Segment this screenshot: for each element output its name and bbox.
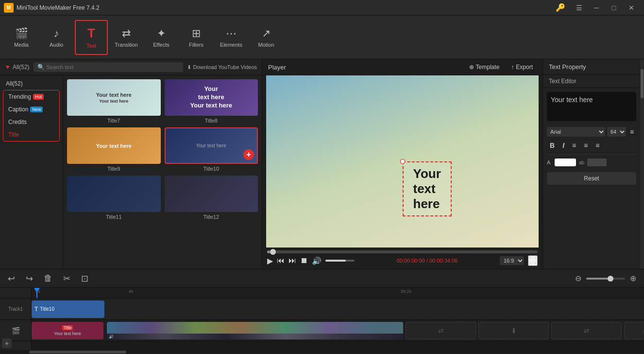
stop-button[interactable]: ⏹ <box>300 256 308 265</box>
template-icon: ⊕ <box>469 64 474 71</box>
list-item[interactable]: Your text here Title9 <box>67 127 161 172</box>
align-right-button[interactable]: ≡ <box>593 141 602 150</box>
export-icon: ↑ <box>511 64 514 71</box>
progress-bar[interactable] <box>267 250 538 253</box>
add-track-button[interactable]: + <box>2 338 12 348</box>
export-button[interactable]: ↑ Export <box>507 62 537 72</box>
menu-button[interactable]: ☰ <box>570 0 588 16</box>
text-selection-box[interactable]: Your text here <box>403 161 452 216</box>
thumb-label: Title10 <box>165 166 258 172</box>
transition-label: Transition <box>115 42 138 48</box>
all-label[interactable]: All(52) <box>3 78 60 89</box>
zoom-out-button[interactable]: ⊖ <box>572 273 584 284</box>
template-button[interactable]: ⊕ Template <box>465 62 504 72</box>
elements-button[interactable]: ⋯ Elements <box>215 20 248 55</box>
list-item[interactable]: Your text hereYour text here Title7 <box>67 79 161 124</box>
aspect-ratio-select[interactable]: 16:9 9:16 1:1 4:3 <box>500 256 524 265</box>
mute-button[interactable]: 🔊 <box>312 256 322 266</box>
filters-button[interactable]: ⊞ Filters <box>180 20 213 55</box>
cut-button[interactable]: ✂ <box>60 272 73 285</box>
audio-icon: 🔊 <box>109 335 114 339</box>
font-size-select[interactable]: 64 32 48 72 96 <box>607 127 626 137</box>
prev-button[interactable]: ⏮ <box>277 256 285 265</box>
zoom-slider[interactable] <box>586 278 625 280</box>
font-select[interactable]: Arial Times New Roman Helvetica <box>547 127 605 137</box>
delete-button[interactable]: 🗑 <box>41 272 55 284</box>
download-icon-2: ⬇ <box>511 327 517 335</box>
category-title[interactable]: Title <box>3 128 59 141</box>
zoom-in-button[interactable]: ⊕ <box>627 273 639 284</box>
align-left-button[interactable]: ≡ <box>569 141 579 150</box>
search-input[interactable] <box>47 64 179 70</box>
title-clip[interactable]: Title Your text here <box>32 322 103 339</box>
minimize-button[interactable]: ─ <box>588 0 605 16</box>
zoom-fill <box>586 278 610 280</box>
volume-slider[interactable] <box>325 260 355 262</box>
title-clip-text: Your text here <box>54 331 81 336</box>
handle-br[interactable] <box>400 159 405 164</box>
list-item[interactable]: Title11 <box>67 176 161 220</box>
transition-button[interactable]: ⇄ Transition <box>110 20 143 55</box>
thumb-label: Title11 <box>67 214 161 220</box>
media-button[interactable]: 🎬 Media <box>5 20 38 55</box>
playhead[interactable] <box>36 288 37 298</box>
text-editor-content: Your text here <box>551 96 593 104</box>
list-item[interactable]: Title12 <box>165 176 258 220</box>
next-button[interactable]: ⏭ <box>288 256 296 265</box>
caption-badge: New <box>30 106 43 112</box>
zoom-thumb[interactable] <box>608 276 613 282</box>
empty-clip-2[interactable]: ⬇ <box>478 322 549 339</box>
app-icon: M <box>4 3 14 13</box>
effects-button[interactable]: ✦ Effects <box>145 20 178 55</box>
list-item[interactable]: Yourtext hereYour text here Title8 <box>165 79 258 124</box>
text-editor-area[interactable]: Your text here <box>547 92 636 121</box>
timeline-scrollbar[interactable] <box>0 350 644 354</box>
right-scrollbar[interactable] <box>640 59 644 269</box>
timeline: ↩ ↪ 🗑 ✂ ⊡ ⊖ ⊕ Track1 🎬 + <box>0 269 644 354</box>
crop-button[interactable]: ⊡ <box>78 272 91 285</box>
bold-button[interactable]: B <box>547 141 558 150</box>
timeline-tracks: 0s 4s 34.2s T Title10 Title Your text he… <box>32 288 644 350</box>
download-button[interactable]: ⬇ Download YouTube Videos <box>187 64 257 71</box>
ruler-342s: 34.2s <box>401 289 411 294</box>
player-header-buttons: ⊕ Template ↑ Export <box>465 62 537 72</box>
maximize-button[interactable]: □ <box>605 0 623 16</box>
media-icon: 🎬 <box>15 27 28 40</box>
progress-thumb[interactable] <box>270 249 276 255</box>
scroll-thumb[interactable] <box>641 69 644 98</box>
add-icon[interactable]: + <box>243 149 254 160</box>
category-caption[interactable]: Caption New <box>3 103 59 116</box>
motion-button[interactable]: ↗ Motion <box>250 20 283 55</box>
close-button[interactable]: ✕ <box>623 0 640 16</box>
categories-list: All(52) Trending Hot Caption New Credits <box>0 75 63 269</box>
play-button[interactable]: ▶ <box>267 256 273 266</box>
thumb-preview <box>67 176 161 212</box>
font-color-label: A <box>547 159 552 165</box>
font-color-swatch[interactable] <box>555 159 576 166</box>
timeline-scroll-thumb[interactable] <box>29 351 126 354</box>
category-credits[interactable]: Credits <box>3 116 59 128</box>
track1-name: Track1 <box>8 306 23 312</box>
opacity-box[interactable] <box>587 159 607 166</box>
redo-button[interactable]: ↪ <box>23 272 36 285</box>
empty-clip-4[interactable]: ⇄ <box>624 322 644 339</box>
audio-button[interactable]: ♪ Audio <box>40 20 73 55</box>
list-format-button[interactable]: ≡ <box>628 127 636 137</box>
reset-button[interactable]: Reset <box>547 172 636 185</box>
fullscreen-button[interactable]: ⛶ <box>528 255 538 266</box>
text-button[interactable]: T Text <box>75 20 108 55</box>
undo-button[interactable]: ↩ <box>5 272 18 285</box>
video-clip[interactable]: 🔊 <box>107 322 403 339</box>
empty-clip-3[interactable]: ⇄ <box>551 322 622 339</box>
text-clip[interactable]: T Title10 <box>32 301 104 318</box>
caption-label: Caption <box>8 106 28 113</box>
search-box[interactable]: 🔍 <box>34 62 183 72</box>
align-center-button[interactable]: ≡ <box>581 141 591 150</box>
toolbar: 🎬 Media ♪ Audio T Text ⇄ Transition ✦ Ef… <box>0 16 644 59</box>
empty-clip-1[interactable]: ⇄ <box>406 322 476 339</box>
add-track-area: + <box>0 341 31 350</box>
italic-button[interactable]: I <box>559 141 567 150</box>
list-item[interactable]: Your text here + Title10 <box>165 127 258 172</box>
category-trending[interactable]: Trending Hot <box>3 90 59 103</box>
key-icon[interactable]: 🔑 <box>556 3 565 12</box>
